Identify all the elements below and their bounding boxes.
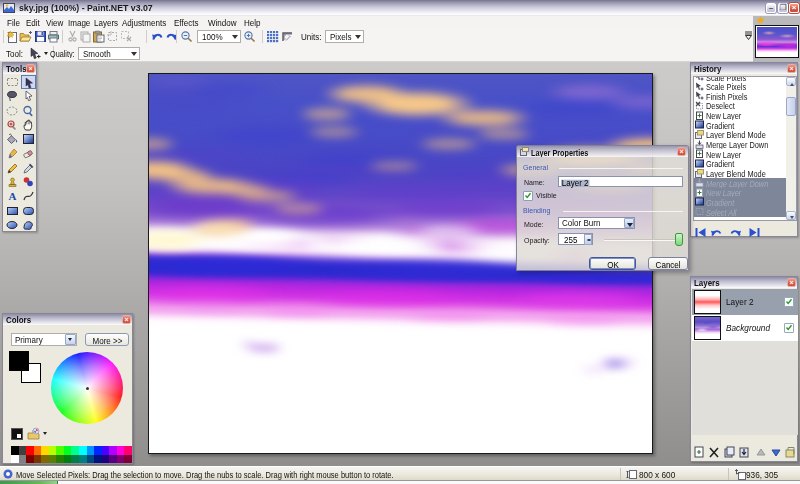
svg-text:A: A [9, 190, 17, 202]
